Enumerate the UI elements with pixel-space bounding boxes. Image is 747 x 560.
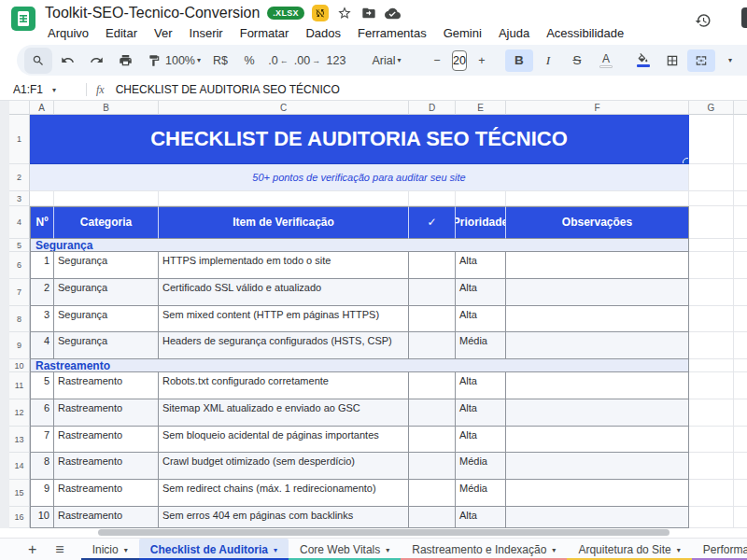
cell[interactable] xyxy=(506,191,689,206)
cell[interactable] xyxy=(734,239,747,252)
document-title[interactable]: Toolkit-SEO-Tecnico-Conversion xyxy=(45,5,260,21)
cell-num[interactable]: 5 xyxy=(30,372,54,399)
menu-ferramentas[interactable]: Ferramentas xyxy=(351,24,433,42)
cell[interactable] xyxy=(689,164,734,191)
cell-check[interactable] xyxy=(409,252,456,279)
header-prioridade[interactable]: Prioridade xyxy=(456,206,506,239)
cell-categoria[interactable]: Rastreamento xyxy=(54,453,159,480)
name-box[interactable]: A1:F1▾ xyxy=(0,83,86,96)
cell[interactable] xyxy=(689,332,734,359)
cell[interactable] xyxy=(689,427,734,453)
cell-item[interactable]: HTTPS implementado em todo o site xyxy=(159,252,409,279)
selection-handle[interactable] xyxy=(683,158,689,164)
cell-num[interactable]: 9 xyxy=(30,480,54,507)
cell-observacoes[interactable] xyxy=(506,279,689,306)
title-cell[interactable]: CHECKLIST DE AUDITORIA SEO TÉCNICO xyxy=(30,115,689,164)
header-check[interactable]: ✓ xyxy=(409,206,456,239)
header-categoria[interactable]: Categoria xyxy=(54,206,159,239)
row-header[interactable]: 15 xyxy=(9,480,30,507)
more-formats-button[interactable]: 123 xyxy=(322,49,350,72)
cell-check[interactable] xyxy=(409,480,456,507)
cell-prioridade[interactable]: Média xyxy=(456,453,506,480)
cell-check[interactable] xyxy=(409,306,456,332)
row-header[interactable]: 5 xyxy=(9,239,30,252)
row-header[interactable]: 2 xyxy=(9,164,30,191)
header-item[interactable]: Item de Verificação xyxy=(159,206,409,239)
row-header[interactable]: 4 xyxy=(9,206,30,239)
cell-check[interactable] xyxy=(409,399,456,427)
cell-prioridade[interactable]: Alta xyxy=(456,252,506,279)
undo-icon[interactable] xyxy=(53,49,81,72)
italic-button[interactable]: I xyxy=(534,49,562,72)
menu-gemini[interactable]: Gemini xyxy=(437,24,488,42)
menu-formatar[interactable]: Formatar xyxy=(233,24,296,42)
section-label[interactable]: Rastreamento xyxy=(30,359,689,372)
cell[interactable] xyxy=(30,191,54,206)
select-all-corner[interactable] xyxy=(9,101,30,115)
tab-checklist-de-auditoria[interactable]: Checklist de Auditoria▾ xyxy=(139,539,289,560)
cell[interactable] xyxy=(159,191,409,206)
cell[interactable] xyxy=(734,206,747,239)
cell[interactable] xyxy=(734,453,747,480)
menu-acessibilidade[interactable]: Acessibilidade xyxy=(540,24,630,42)
font-size-input[interactable]: 20 xyxy=(452,50,467,71)
cell[interactable] xyxy=(734,372,747,399)
cell-num[interactable]: 3 xyxy=(30,306,54,332)
cell[interactable] xyxy=(734,332,747,359)
cell-item[interactable]: Crawl budget otimizado (sem desperdício) xyxy=(159,453,409,480)
cell-categoria[interactable]: Segurança xyxy=(54,279,159,306)
cell-item[interactable]: Sem erros 404 em páginas com backlinks xyxy=(159,507,409,528)
cell-prioridade[interactable]: Alta xyxy=(456,507,506,528)
cell[interactable] xyxy=(734,427,747,453)
tab-arquitetura-do-site[interactable]: Arquitetura do Site▾ xyxy=(567,539,691,560)
cell[interactable] xyxy=(689,359,734,372)
cell[interactable] xyxy=(734,306,747,332)
menu-ajuda[interactable]: Ajuda xyxy=(492,24,536,42)
column-header-e[interactable]: E xyxy=(456,101,506,115)
cell[interactable] xyxy=(734,480,747,507)
decrease-decimal-button[interactable]: .0← xyxy=(264,49,292,72)
cell-item[interactable]: Sem mixed content (HTTP em páginas HTTPS… xyxy=(159,306,409,332)
cell-num[interactable]: 4 xyxy=(30,332,54,359)
cell-prioridade[interactable]: Média xyxy=(456,480,506,507)
cell[interactable] xyxy=(689,252,734,279)
cell-categoria[interactable]: Segurança xyxy=(54,306,159,332)
search-icon[interactable] xyxy=(24,48,52,74)
menu-arquivo[interactable]: Arquivo xyxy=(41,24,95,42)
cell[interactable] xyxy=(734,359,747,372)
cell-check[interactable] xyxy=(409,279,456,306)
cell[interactable] xyxy=(689,399,734,427)
increase-decimal-button[interactable]: .00→ xyxy=(293,49,321,72)
cell-observacoes[interactable] xyxy=(506,372,689,399)
cell-prioridade[interactable]: Média xyxy=(456,332,506,359)
cell-item[interactable]: Robots.txt configurado corretamente xyxy=(159,372,409,399)
column-header-h-partial[interactable] xyxy=(734,101,747,115)
decrease-font-size-button[interactable]: − xyxy=(423,49,451,72)
cell-categoria[interactable]: Rastreamento xyxy=(54,399,159,427)
horizontal-scrollbar-thumb[interactable] xyxy=(98,529,669,536)
merge-cells-button[interactable] xyxy=(687,49,715,72)
cell-item[interactable]: Sem bloqueio acidental de páginas import… xyxy=(159,427,409,453)
formula-input[interactable]: CHECKLIST DE AUDITORIA SEO TÉCNICO xyxy=(116,83,340,96)
cell-categoria[interactable]: Rastreamento xyxy=(54,372,159,399)
cell-observacoes[interactable] xyxy=(506,399,689,427)
cell[interactable] xyxy=(689,191,734,206)
increase-font-size-button[interactable]: + xyxy=(468,49,496,72)
row-header[interactable]: 9 xyxy=(9,332,30,359)
percent-format-button[interactable]: % xyxy=(235,49,263,72)
cell-item[interactable]: Headers de segurança configurados (HSTS,… xyxy=(159,332,409,359)
column-header-d[interactable]: D xyxy=(409,101,456,115)
sync-disabled-icon[interactable] xyxy=(312,5,329,21)
cell-observacoes[interactable] xyxy=(506,306,689,332)
cell-prioridade[interactable]: Alta xyxy=(456,372,506,399)
cell-observacoes[interactable] xyxy=(506,453,689,480)
cell-categoria[interactable]: Segurança xyxy=(54,252,159,279)
move-folder-icon[interactable] xyxy=(360,5,377,21)
cell[interactable] xyxy=(456,191,506,206)
cell-observacoes[interactable] xyxy=(506,332,689,359)
row-header[interactable]: 8 xyxy=(9,306,30,332)
subtitle-cell[interactable]: 50+ pontos de verificação para auditar s… xyxy=(30,164,689,191)
cell-categoria[interactable]: Rastreamento xyxy=(54,507,159,528)
redo-icon[interactable] xyxy=(82,49,110,72)
column-header-b[interactable]: B xyxy=(54,101,159,115)
